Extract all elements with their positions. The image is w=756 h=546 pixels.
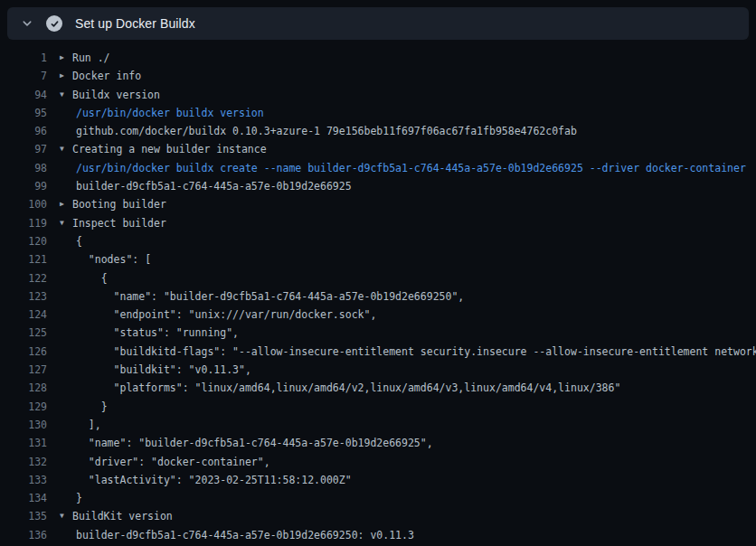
line-number[interactable]: 127	[0, 361, 47, 379]
line-number[interactable]: 129	[0, 398, 47, 416]
log-group-line[interactable]: 100▶Booting builder	[0, 195, 756, 213]
line-number[interactable]: 123	[0, 287, 47, 306]
log-text: "buildkitd-flags": "--allow-insecure-ent…	[76, 343, 756, 361]
line-number[interactable]: 119	[0, 214, 47, 232]
log-line: 122 {	[0, 269, 756, 287]
line-number[interactable]: 100	[0, 195, 47, 213]
log-text: {	[76, 232, 82, 250]
log-text: "driver": "docker-container",	[76, 453, 270, 471]
triangle-right-icon[interactable]: ▶	[60, 49, 72, 67]
triangle-down-icon[interactable]: ▼	[60, 86, 72, 104]
log-text: /usr/bin/docker buildx version	[76, 104, 264, 122]
log-line: 95/usr/bin/docker buildx version	[0, 104, 756, 122]
log-group-line[interactable]: 135▼BuildKit version	[0, 507, 756, 525]
triangle-down-icon[interactable]: ▼	[60, 214, 72, 232]
log-line: 121 "nodes": [	[0, 250, 756, 268]
log-text: /usr/bin/docker buildx create --name bui…	[76, 159, 746, 177]
log-body: 1▶Run ./7▶Docker info94▼Buildx version95…	[0, 40, 756, 544]
log-group-line[interactable]: 94▼Buildx version	[0, 86, 756, 104]
log-group-title: Inspect builder	[72, 214, 166, 232]
log-text: builder-d9cfb5a1-c764-445a-a57e-0b19d2e6…	[76, 177, 352, 195]
log-line: 132 "driver": "docker-container",	[0, 453, 756, 471]
log-text: "endpoint": "unix:///var/run/docker.sock…	[76, 306, 376, 324]
log-group-title: Booting builder	[72, 195, 166, 213]
log-line: 129 }	[0, 398, 756, 416]
log-group-title: Docker info	[72, 67, 141, 85]
step-header[interactable]: Set up Docker Buildx	[7, 7, 749, 40]
log-group-title: BuildKit version	[72, 507, 173, 525]
line-number[interactable]: 97	[0, 140, 47, 158]
line-number[interactable]: 130	[0, 416, 47, 434]
check-circle-icon	[46, 15, 62, 32]
line-number[interactable]: 126	[0, 343, 47, 361]
line-number[interactable]: 98	[0, 159, 47, 177]
log-text: }	[76, 489, 82, 507]
step-title: Set up Docker Buildx	[75, 16, 195, 31]
log-group-line[interactable]: 97▼Creating a new builder instance	[0, 140, 756, 158]
log-line: 98/usr/bin/docker buildx create --name b…	[0, 159, 756, 177]
triangle-right-icon[interactable]: ▶	[60, 67, 72, 85]
line-number[interactable]: 94	[0, 86, 47, 104]
log-text: builder-d9cfb5a1-c764-445a-a57e-0b19d2e6…	[76, 526, 414, 544]
triangle-down-icon[interactable]: ▼	[60, 507, 72, 525]
log-text: "platforms": "linux/amd64,linux/amd64/v2…	[76, 379, 620, 397]
log-line: 99builder-d9cfb5a1-c764-445a-a57e-0b19d2…	[0, 177, 756, 195]
line-number[interactable]: 132	[0, 453, 47, 471]
log-line: 127 "buildkit": "v0.11.3",	[0, 361, 756, 379]
log-text: "nodes": [	[76, 250, 151, 268]
triangle-down-icon[interactable]: ▼	[60, 140, 72, 158]
log-group-line[interactable]: 119▼Inspect builder	[0, 214, 756, 232]
log-text: {	[76, 269, 108, 287]
triangle-right-icon[interactable]: ▶	[60, 195, 72, 213]
log-line: 133 "lastActivity": "2023-02-25T11:58:12…	[0, 471, 756, 489]
log-text: "buildkit": "v0.11.3",	[76, 361, 251, 379]
line-number[interactable]: 122	[0, 269, 47, 287]
line-number[interactable]: 99	[0, 177, 47, 195]
log-line: 134}	[0, 489, 756, 507]
line-number[interactable]: 96	[0, 122, 47, 140]
log-text: "name": "builder-d9cfb5a1-c764-445a-a57e…	[76, 434, 433, 452]
line-number[interactable]: 120	[0, 232, 47, 250]
log-line: 136builder-d9cfb5a1-c764-445a-a57e-0b19d…	[0, 526, 756, 544]
log-text: "status": "running",	[76, 324, 239, 342]
log-line: 124 "endpoint": "unix:///var/run/docker.…	[0, 306, 756, 324]
log-text: ],	[76, 416, 101, 434]
log-group-title: Creating a new builder instance	[72, 140, 267, 158]
line-number[interactable]: 133	[0, 471, 47, 489]
log-group-line[interactable]: 1▶Run ./	[0, 49, 756, 67]
log-line: 125 "status": "running",	[0, 324, 756, 342]
workflow-step-log-panel: Set up Docker Buildx 1▶Run ./7▶Docker in…	[0, 7, 756, 546]
line-number[interactable]: 121	[0, 250, 47, 268]
log-text: "name": "builder-d9cfb5a1-c764-445a-a57e…	[76, 287, 464, 306]
log-line: 123 "name": "builder-d9cfb5a1-c764-445a-…	[0, 287, 756, 306]
log-line: 120{	[0, 232, 756, 250]
line-number[interactable]: 136	[0, 526, 47, 544]
log-group-title: Run ./	[72, 49, 110, 67]
line-number[interactable]: 7	[0, 67, 47, 85]
line-number[interactable]: 1	[0, 49, 47, 67]
line-number[interactable]: 135	[0, 507, 47, 525]
log-text: github.com/docker/buildx 0.10.3+azure-1 …	[76, 122, 577, 140]
line-number[interactable]: 134	[0, 489, 47, 507]
line-number[interactable]: 95	[0, 104, 47, 122]
log-line: 96github.com/docker/buildx 0.10.3+azure-…	[0, 122, 756, 140]
log-text: "lastActivity": "2023-02-25T11:58:12.000…	[76, 471, 352, 489]
line-number[interactable]: 131	[0, 434, 47, 452]
log-line: 128 "platforms": "linux/amd64,linux/amd6…	[0, 379, 756, 397]
log-group-line[interactable]: 7▶Docker info	[0, 67, 756, 85]
line-number[interactable]: 125	[0, 324, 47, 342]
log-text: }	[76, 398, 108, 416]
log-line: 130 ],	[0, 416, 756, 434]
log-line: 126 "buildkitd-flags": "--allow-insecure…	[0, 343, 756, 361]
log-line: 131 "name": "builder-d9cfb5a1-c764-445a-…	[0, 434, 756, 452]
line-number[interactable]: 128	[0, 379, 47, 397]
line-number[interactable]: 124	[0, 306, 47, 324]
log-group-title: Buildx version	[72, 86, 160, 104]
chevron-down-icon[interactable]	[20, 16, 34, 31]
